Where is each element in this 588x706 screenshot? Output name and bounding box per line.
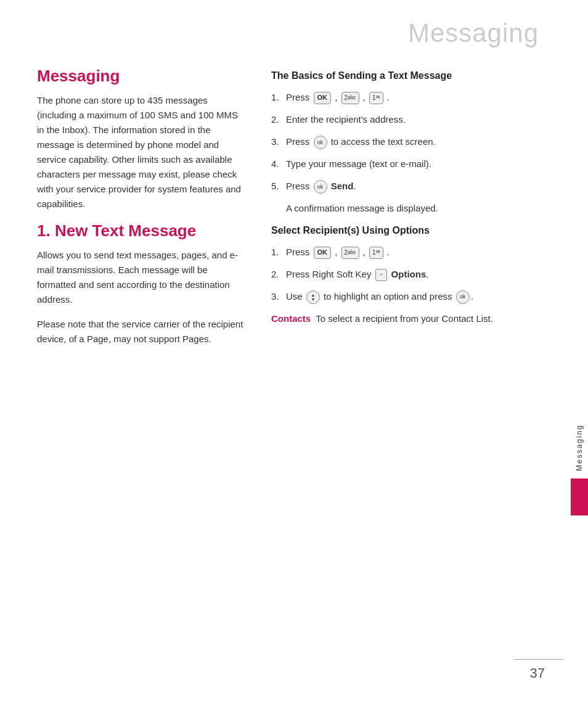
select-step-2-number: 2. (271, 267, 284, 282)
select-step-2-content: Press Right Soft Key − Options. (286, 267, 551, 282)
basics-section: The Basics of Sending a Text Message 1. … (271, 70, 551, 216)
basics-step-5: 5. Press ok Send. (271, 179, 551, 194)
basics-step-2-content: Enter the recipient's address. (286, 112, 551, 127)
ok-round-icon-s3: ok (456, 290, 470, 304)
1mail-button-icon: 1✉ (369, 92, 383, 104)
ok-round-icon-3: ok (314, 136, 327, 149)
select-step-3: 3. Use ▲ ▼ to highlight an option and pr… (271, 289, 551, 304)
page-divider (514, 659, 563, 660)
soft-key-icon: − (375, 269, 388, 281)
ok-button-icon: OK (314, 92, 332, 104)
new-text-message-text2: Please note that the service carrier of … (37, 317, 247, 347)
nav-up-down-icon: ▲ ▼ (306, 290, 320, 304)
basics-step-1-content: Press OK , 2abc , 1✉ . (286, 90, 551, 105)
1mail-button-icon-s1: 1✉ (369, 247, 383, 259)
select-step-2: 2. Press Right Soft Key − Options. (271, 267, 551, 282)
2abc-button-icon-s1: 2abc (341, 247, 359, 259)
sidebar-tab: Messaging (571, 419, 588, 518)
page-number: 37 (530, 665, 545, 681)
contacts-line: Contacts To select a recipient from your… (271, 311, 551, 326)
sidebar-tab-label: Messaging (575, 419, 584, 476)
right-column: The Basics of Sending a Text Message 1. … (271, 67, 551, 356)
basics-step-4: 4. Type your message (text or e-mail). (271, 157, 551, 171)
select-recipient-section: Select Recipient(s) Using Options 1. Pre… (271, 224, 551, 326)
confirmation-note: A confirmation message is displayed. (286, 201, 551, 216)
basics-step-5-content: Press ok Send. (286, 179, 551, 194)
new-text-message-heading: 1. New Text Message (37, 221, 247, 240)
left-column: Messaging The phone can store up to 435 … (37, 67, 247, 356)
basics-step-5-number: 5. (271, 179, 284, 194)
page-title-area: Messaging (0, 0, 588, 60)
basics-step-3: 3. Press ok to access the text screen. (271, 134, 551, 149)
ok-button-icon-s1: OK (314, 247, 332, 259)
basics-heading: The Basics of Sending a Text Message (271, 70, 551, 83)
2abc-button-icon: 2abc (341, 92, 359, 104)
basics-step-2-number: 2. (271, 112, 284, 127)
select-step-3-content: Use ▲ ▼ to highlight an option and press… (286, 289, 551, 304)
page-title: Messaging (0, 18, 539, 48)
basics-step-4-number: 4. (271, 157, 284, 171)
basics-step-4-content: Type your message (text or e-mail). (286, 157, 551, 171)
select-step-1-number: 1. (271, 245, 284, 260)
basics-step-2: 2. Enter the recipient's address. (271, 112, 551, 127)
basics-step-3-content: Press ok to access the text screen. (286, 134, 551, 149)
basics-step-3-number: 3. (271, 134, 284, 149)
main-content: Messaging The phone can store up to 435 … (0, 60, 588, 356)
select-step-1-content: Press OK , 2abc , 1✉ . (286, 245, 551, 260)
options-label: Options (391, 269, 427, 279)
sidebar-tab-bar (571, 478, 588, 515)
basics-step-1: 1. Press OK , 2abc , 1✉ . (271, 90, 551, 105)
select-step-3-number: 3. (271, 289, 284, 304)
left-intro-text: The phone can store up to 435 messages (… (37, 93, 247, 211)
send-label: Send (331, 181, 354, 191)
select-recipient-heading: Select Recipient(s) Using Options (271, 224, 551, 237)
left-section-title: Messaging (37, 67, 247, 86)
contacts-text: To select a recipient from your Contact … (316, 313, 493, 324)
ok-round-icon-5: ok (314, 180, 327, 194)
new-text-message-text1: Allows you to send text messages, pages,… (37, 248, 247, 307)
contacts-keyword: Contacts (271, 313, 311, 324)
basics-step-1-number: 1. (271, 90, 284, 105)
select-step-1: 1. Press OK , 2abc , 1✉ . (271, 245, 551, 260)
